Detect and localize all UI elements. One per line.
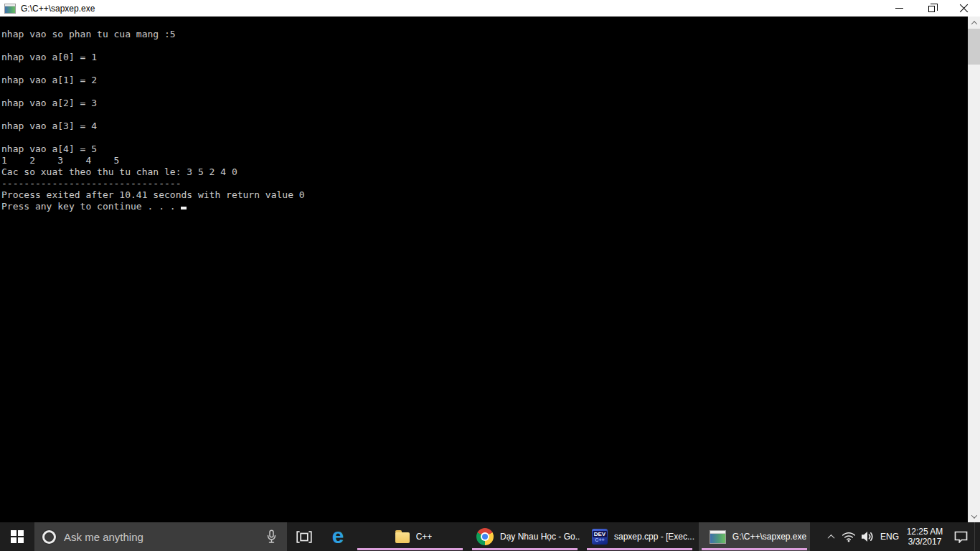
task-view-button[interactable] <box>287 522 321 551</box>
console-lines: nhap vao so phan tu cua mang :5 nhap vao… <box>1 29 305 212</box>
console-output-area[interactable]: nhap vao so phan tu cua mang :5 nhap vao… <box>0 17 980 522</box>
taskbar-item-devcpp[interactable]: DEV C++ sapxep.cpp - [Exec... <box>584 522 695 551</box>
devcpp-icon-text-bottom: C++ <box>595 537 604 543</box>
action-center-button[interactable] <box>947 522 974 551</box>
task-view-icon <box>296 531 312 543</box>
taskbar: Ask me anything e C++ <box>0 522 980 551</box>
console-window-icon <box>4 4 16 14</box>
clock[interactable]: 12:25 AM 3/3/2017 <box>903 522 947 551</box>
taskbar-item-console-active[interactable]: G:\C++\sapxep.exe <box>699 522 810 551</box>
folder-icon <box>395 532 410 543</box>
taskbar-item-cpp-folder[interactable]: C++ <box>354 522 466 551</box>
taskbar-item-label: Dạy Nhau Học - Go... <box>500 532 580 542</box>
console-output-text: nhap vao so phan tu cua mang :5 nhap vao… <box>1 29 966 212</box>
cortana-search-box[interactable]: Ask me anything <box>34 522 287 551</box>
devcpp-icon: DEV C++ <box>592 529 608 545</box>
speaker-icon <box>861 531 874 542</box>
clock-date: 3/3/2017 <box>908 537 942 547</box>
taskbar-item-label: C++ <box>416 532 433 542</box>
devcpp-icon-text-top: DEV <box>593 531 607 537</box>
language-indicator[interactable]: ENG <box>877 522 903 551</box>
microphone-icon[interactable] <box>266 529 277 547</box>
hidden-icons-button[interactable] <box>822 522 839 551</box>
chevron-up-icon <box>971 21 976 27</box>
close-button[interactable] <box>948 0 980 17</box>
scroll-up-button[interactable] <box>968 17 980 29</box>
console-icon <box>710 530 726 544</box>
desktop-screen: G:\C++\sapxep.exe nhap vao so phan tu cu… <box>0 0 980 551</box>
chevron-up-icon <box>827 534 834 541</box>
console-window-titlebar: G:\C++\sapxep.exe <box>0 0 980 17</box>
start-button[interactable] <box>0 522 34 551</box>
scrollbar[interactable] <box>968 17 980 522</box>
restore-button[interactable] <box>915 0 948 17</box>
edge-browser-button[interactable]: e <box>321 522 354 551</box>
wifi-icon <box>842 531 856 542</box>
clock-time: 12:25 AM <box>907 527 943 537</box>
system-tray: ENG 12:25 AM 3/3/2017 <box>822 522 980 551</box>
search-placeholder: Ask me anything <box>64 531 143 543</box>
show-desktop-button[interactable] <box>974 522 980 551</box>
chrome-icon <box>476 528 494 545</box>
taskbar-item-label: sapxep.cpp - [Exec... <box>614 532 694 542</box>
taskbar-item-chrome[interactable]: Dạy Nhau Học - Go... <box>469 522 580 551</box>
cortana-icon <box>42 530 56 544</box>
wifi-tray-button[interactable] <box>839 522 858 551</box>
scroll-down-button[interactable] <box>968 510 980 522</box>
taskbar-item-label: G:\C++\sapxep.exe <box>732 532 806 542</box>
edge-icon: e <box>332 525 344 547</box>
caption-buttons <box>883 0 980 17</box>
close-icon <box>959 4 969 13</box>
window-title: G:\C++\sapxep.exe <box>21 4 95 14</box>
scrollbar-thumb[interactable] <box>968 29 980 65</box>
minimize-button[interactable] <box>883 0 915 17</box>
console-cursor <box>181 207 187 209</box>
windows-logo-icon <box>11 530 24 543</box>
restore-icon <box>928 6 935 12</box>
minimize-icon <box>895 8 903 9</box>
volume-tray-button[interactable] <box>858 522 877 551</box>
chevron-down-icon <box>971 512 976 518</box>
action-center-icon <box>954 531 968 543</box>
